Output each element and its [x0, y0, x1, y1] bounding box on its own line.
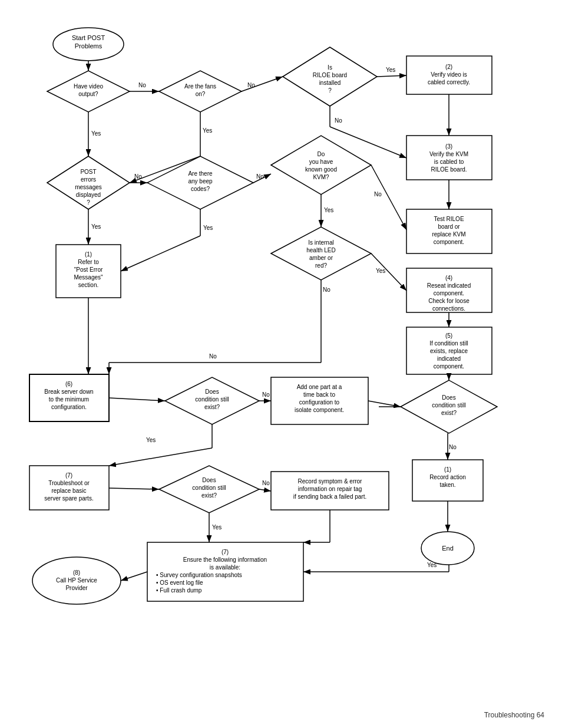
break-server-label2: Break server down — [44, 388, 93, 395]
svg-line-58 — [109, 488, 159, 489]
end-label: End — [442, 545, 454, 552]
verify-video-label2: Verify video is — [431, 71, 467, 78]
replace-label2: If condition still — [429, 340, 468, 347]
health-led-label1: Is internal — [308, 239, 333, 246]
add-part-label1: Add one part at a — [297, 384, 342, 390]
verify-video-label1: (2) — [445, 64, 452, 70]
no-label-hl: No — [323, 286, 330, 293]
no-label-fo: No — [247, 82, 255, 88]
svg-line-41 — [121, 236, 200, 271]
riloe-label4: ? — [328, 87, 332, 94]
refer-post-label3: "Post Error — [74, 266, 103, 273]
reseat-label2: Reseat indicated — [427, 282, 471, 289]
cond-exist1-label3: exist? — [204, 404, 220, 410]
svg-line-29 — [377, 75, 406, 77]
test-riloe-label3: replace KVM — [432, 231, 465, 238]
record-symptom-label3: if sending back a failed part. — [293, 493, 367, 500]
reseat-label1: (4) — [445, 275, 452, 281]
call-hp-label3: Provider — [65, 585, 88, 591]
troubleshoot-label3: replace basic — [52, 487, 87, 494]
riloe-label: Is — [328, 64, 332, 71]
record-action-label1: (1) — [444, 466, 451, 473]
break-server-label1: (6) — [65, 381, 72, 387]
record-symptom-label1: Record symptom & error — [298, 478, 363, 485]
yes-label-pe: Yes — [91, 223, 101, 230]
ensure-info-label2: Ensure the following information — [183, 556, 267, 563]
reseat-label3: component. — [434, 290, 464, 297]
add-part-label4: isolate component. — [295, 407, 344, 413]
test-riloe-label4: component. — [434, 239, 464, 245]
health-led-label2: health LED — [306, 247, 335, 253]
post-errors-label4: displayed — [76, 192, 101, 198]
ensure-info-label5: • OS event log file — [156, 579, 203, 586]
refer-post-label2: Refer to — [78, 259, 99, 265]
cond-exist2-label1: Does — [202, 477, 216, 483]
add-part-label3: configuration to — [299, 399, 340, 406]
yes-label-riloe: Yes — [386, 67, 395, 73]
beep-codes-label2: any beep — [188, 178, 213, 185]
ensure-info-label4: • Survey configuration snapshots — [156, 572, 242, 578]
riloe-label3: installed — [319, 80, 341, 86]
beep-codes-label1: Are there — [188, 170, 213, 177]
post-errors-label5: ? — [87, 199, 90, 206]
add-part-label2: time back to — [303, 391, 335, 398]
svg-line-63 — [121, 572, 147, 581]
troubleshoot-label4: server spare parts. — [44, 495, 93, 502]
svg-marker-10 — [271, 136, 371, 195]
svg-line-42 — [371, 165, 406, 230]
no-label-bc: No — [256, 173, 264, 180]
verify-kvm-label4: RILOE board. — [431, 166, 467, 173]
replace-label5: component. — [434, 363, 464, 370]
replace-label3: exists, replace — [430, 348, 468, 354]
yes-label-ce1: Yes — [146, 437, 156, 443]
verify-kvm-label1: (3) — [445, 143, 452, 150]
post-errors-label3: messages — [75, 184, 102, 190]
cond-exist1-label2: condition still — [195, 396, 229, 403]
record-action-label3: taken. — [439, 482, 455, 488]
have-video-label: Have video — [74, 83, 103, 90]
flowchart-container: Start POST Problems Have video output? A… — [0, 0, 562, 696]
ensure-info-label3: is available: — [210, 564, 240, 571]
svg-line-55 — [368, 401, 401, 407]
no-label-hl2: No — [209, 353, 217, 360]
yes-label-hv: Yes — [91, 130, 101, 137]
no-label-ce4: No — [449, 444, 457, 450]
beep-codes-label3: codes? — [191, 186, 210, 192]
reseat-label5: connections. — [432, 305, 465, 312]
have-video-label2: output? — [78, 91, 98, 97]
no-label-hv: No — [138, 82, 146, 88]
verify-kvm-label2: Verify the KVM — [429, 151, 468, 157]
fans-on-label2: on? — [196, 91, 206, 97]
no-label-ce2: No — [262, 480, 270, 486]
record-action-label2: Record action — [429, 474, 466, 480]
ensure-info-label1: (7) — [222, 549, 229, 555]
svg-line-57 — [109, 448, 212, 466]
cond-exist4-label2: condition still — [432, 402, 465, 409]
post-errors-label2: errors — [81, 176, 96, 183]
refer-post-label5: section. — [78, 282, 98, 288]
svg-line-53 — [109, 398, 165, 401]
refer-post-label4: Messages" — [74, 274, 103, 281]
health-led-label4: red? — [315, 262, 327, 269]
break-server-label4: configuration. — [51, 404, 87, 410]
yes-label-fo: Yes — [203, 127, 212, 134]
svg-line-59 — [259, 489, 271, 491]
post-errors-label1: POST — [80, 169, 96, 175]
start-label2: Problems — [75, 42, 103, 50]
replace-label4: indicated — [437, 355, 461, 362]
yes-label-hl: Yes — [376, 268, 385, 274]
no-label-pe: No — [134, 173, 142, 180]
record-symptom-label2: information on repair tag — [298, 486, 362, 492]
test-riloe-label2: board or — [438, 223, 460, 230]
fans-on-label: Are the fans — [184, 83, 216, 90]
no-label-ce1: No — [262, 391, 270, 398]
footer: Troubleshooting 64 — [484, 711, 544, 719]
no-label-riloe: No — [335, 117, 342, 124]
replace-label1: (5) — [445, 332, 452, 339]
yes-label-kvm: Yes — [324, 207, 333, 213]
known-kvm-label3: known good — [305, 166, 337, 173]
ensure-info-label6: • Full crash dump — [156, 587, 202, 594]
verify-kvm-label3: is cabled to — [434, 159, 464, 165]
test-riloe-label1: Test RILOE — [434, 216, 464, 222]
svg-marker-12 — [271, 227, 371, 280]
